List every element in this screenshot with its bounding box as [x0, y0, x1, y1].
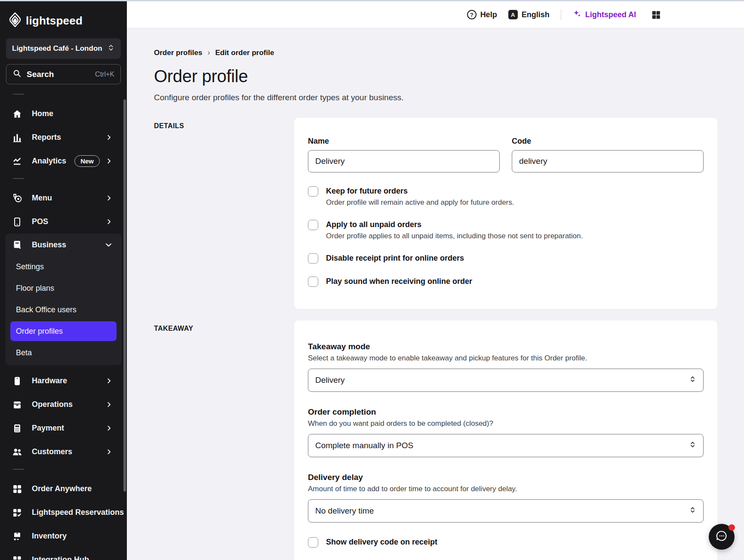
updown-chevron-icon [107, 43, 115, 54]
sidebar-subitem-floor-plans[interactable]: Floor plans [5, 277, 122, 299]
sidebar-item-label: Analytics [32, 157, 66, 166]
sidebar-item-label: Integration Hub [32, 555, 89, 560]
details-section-label: DETAILS [154, 118, 294, 309]
reservations-icon [12, 508, 22, 518]
checkbox-apply-to-all-unpaid-orders[interactable] [308, 220, 318, 230]
sidebar-subitem-label: Order profiles [10, 327, 63, 336]
select-value: Delivery [315, 375, 345, 385]
code-field-label: Code [512, 137, 704, 146]
spacer [0, 365, 127, 369]
sidebar-subitem-order-profiles[interactable]: Order profiles [5, 320, 122, 342]
sidebar-divider [13, 94, 24, 95]
name-input[interactable] [308, 150, 500, 172]
page-title: Order profile [154, 67, 717, 86]
updown-chevron-icon [689, 375, 696, 385]
sparkle-icon [572, 9, 581, 20]
sidebar-item-home[interactable]: Home [0, 102, 127, 126]
sidebar-subitem-label: Beta [10, 348, 32, 357]
sidebar-item-label: Lightspeed Reservations [32, 508, 124, 517]
chevron-right-icon [106, 218, 112, 225]
sidebar-item-payment[interactable]: Payment [0, 416, 127, 440]
sidebar-item-operations[interactable]: Operations [0, 393, 127, 416]
sidebar-subitem-back-office-users[interactable]: Back Office users [5, 299, 122, 320]
select-value: Complete manually in POS [315, 441, 413, 450]
checkbox-label: Apply to all unpaid orders [326, 220, 583, 229]
sidebar-item-customers[interactable]: Customers [0, 440, 127, 464]
field-description: When do you want paid orders to be compl… [308, 419, 704, 428]
sidebar-item-label: Customers [32, 447, 72, 456]
sidebar-item-order-anywhere[interactable]: Order Anywhere [0, 477, 127, 501]
sidebar-item-business[interactable]: Business [5, 234, 122, 256]
business-icon [12, 240, 22, 250]
checkbox-label: Disable receipt print for online orders [326, 254, 464, 263]
sidebar-item-label: Payment [32, 424, 64, 433]
checkbox-show-delivery-code[interactable] [308, 537, 318, 548]
menu-icon [12, 193, 22, 203]
sidebar-subitem-settings[interactable]: Settings [5, 256, 122, 277]
name-field-label: Name [308, 137, 500, 146]
business-subsection: BusinessSettingsFloor plansBack Office u… [5, 234, 122, 365]
field-heading: Order completion [308, 407, 704, 417]
checkbox-row-play-sound-online-order: Play sound when receiving online order [308, 277, 704, 287]
takeaway-mode-select[interactable]: Delivery [308, 369, 704, 392]
sidebar-item-menu[interactable]: Menu [0, 186, 127, 210]
inventory-icon [12, 531, 22, 542]
sidebar-item-lightspeed-reservations[interactable]: Lightspeed Reservations [0, 501, 127, 524]
chevron-right-icon [106, 195, 112, 201]
select-value: No delivery time [315, 506, 374, 516]
delivery-delay-select[interactable]: No delivery time [308, 499, 704, 523]
content-area: Order profiles › Edit order profile Orde… [127, 28, 744, 560]
code-input[interactable] [512, 150, 704, 172]
app-grid-icon[interactable] [651, 9, 661, 20]
search-icon [12, 69, 22, 80]
checkbox-label: Play sound when receiving online order [326, 277, 472, 286]
sidebar-item-inventory[interactable]: Inventory [0, 524, 127, 548]
help-icon: ? [467, 10, 477, 19]
field-description: Amount of time to add to order time to a… [308, 485, 704, 493]
lightspeed-logo: lightspeed [0, 1, 127, 29]
checkbox-label: Show delivery code on receipt [326, 538, 437, 547]
lightspeed-flame-icon [9, 12, 22, 29]
chat-bubble-icon [715, 529, 728, 544]
operations-icon [12, 400, 22, 410]
takeaway-field-takeaway-mode: Takeaway modeSelect a takeaway mode to e… [308, 342, 704, 392]
order-completion-select[interactable]: Complete manually in POS [308, 434, 704, 457]
page-subtitle: Configure order profiles for the differe… [154, 93, 717, 102]
breadcrumb-edit-order-profile: Edit order profile [215, 49, 274, 57]
topbar: ? Help A English Lightspeed AI [127, 1, 744, 28]
lightspeed-ai-button[interactable]: Lightspeed AI [572, 9, 636, 20]
help-button[interactable]: ? Help [467, 10, 497, 19]
sidebar-subitem-label: Back Office users [10, 305, 77, 314]
breadcrumb: Order profiles › Edit order profile [154, 48, 717, 57]
sidebar-divider [13, 178, 24, 179]
location-selector[interactable]: Lightspeed Café - London [6, 38, 121, 59]
takeaway-field-order-completion: Order completionWhen do you want paid or… [308, 407, 704, 457]
search-placeholder: Search [27, 70, 54, 79]
sidebar-subitem-label: Floor plans [10, 284, 54, 293]
sidebar-subitem-beta[interactable]: Beta [5, 342, 122, 363]
checkbox-keep-for-future-orders[interactable] [308, 186, 318, 197]
sidebar-item-hardware[interactable]: Hardware [0, 369, 127, 393]
sidebar-item-integration-hub[interactable]: Integration Hub [0, 548, 127, 560]
sidebar-scrollbar[interactable] [123, 99, 126, 492]
home-icon [12, 109, 22, 119]
language-button[interactable]: A English [508, 10, 550, 19]
takeaway-field-list: Takeaway modeSelect a takeaway mode to e… [308, 342, 704, 523]
checkbox-row-keep-for-future-orders: Keep for future ordersOrder profile will… [308, 186, 704, 207]
breadcrumb-order-profiles[interactable]: Order profiles [154, 49, 202, 57]
checkbox-label: Keep for future orders [326, 187, 514, 196]
help-label: Help [480, 10, 497, 19]
takeaway-section-label: TAKEAWAY [154, 320, 294, 560]
updown-chevron-icon [689, 440, 696, 451]
field-heading: Delivery delay [308, 473, 704, 482]
checkbox-disable-receipt-print[interactable] [308, 253, 318, 264]
hardware-icon [12, 376, 22, 386]
details-checkbox-list: Keep for future ordersOrder profile will… [308, 186, 704, 287]
sidebar-item-pos[interactable]: POS [0, 210, 127, 234]
sidebar-item-label: Business [32, 240, 66, 249]
sidebar-item-analytics[interactable]: AnalyticsNew [0, 149, 127, 173]
chevron-right-icon [106, 425, 112, 431]
sidebar-item-reports[interactable]: Reports [0, 126, 127, 149]
search-input[interactable]: Search Ctrl+K [6, 64, 121, 84]
checkbox-play-sound-online-order[interactable] [308, 277, 318, 287]
